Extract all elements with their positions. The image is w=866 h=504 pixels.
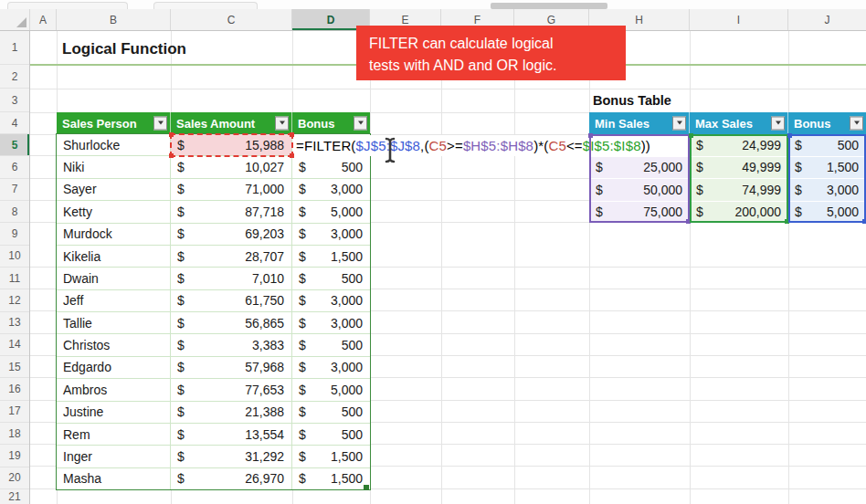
cell-bonus-amount[interactable]: $3,000 (788, 179, 866, 201)
callout-shape[interactable]: FILTER can calculate logical tests with … (356, 26, 626, 80)
cell-sales-person[interactable]: Kikelia (57, 246, 171, 267)
cell-sales-amount[interactable]: $61,750 (171, 290, 292, 311)
filter-dropdown-icon[interactable] (275, 117, 289, 131)
cell-sales-amount[interactable]: $10,027 (171, 156, 292, 177)
row-header-11[interactable]: 11 (0, 268, 29, 289)
row-header-9[interactable]: 9 (0, 223, 29, 245)
cell-bonus[interactable]: $3,000 (292, 357, 370, 378)
cell-sales-amount[interactable]: $3,383 (171, 334, 292, 355)
header-bonus[interactable]: Bonus (292, 112, 370, 134)
cell-bonus[interactable]: $3,000 (292, 290, 370, 311)
cell-sales-person[interactable]: Jeff (57, 290, 171, 311)
cell-sales-amount[interactable]: $71,000 (171, 179, 292, 200)
cell-bonus[interactable]: $500 (292, 402, 370, 423)
cell-sales-person[interactable]: Edgardo (57, 357, 171, 378)
formula-edit-overlay[interactable]: =FILTER($J$5:$J$8,(C5>=$H$5:$H$8)*(C5<=$… (294, 135, 689, 156)
select-all-corner[interactable] (0, 9, 30, 30)
cell-min-sales[interactable]: $25,000 (589, 157, 690, 179)
filter-dropdown-icon[interactable] (850, 117, 863, 131)
cell-sales-person[interactable]: Dwain (57, 268, 171, 289)
column-header-c[interactable]: C (171, 9, 292, 30)
cell-max-sales[interactable]: $24,999 (690, 134, 788, 156)
cell-sales-person[interactable]: Shurlocke (57, 134, 171, 155)
row-header-16[interactable]: 16 (0, 378, 29, 400)
cell-bonus[interactable]: $1,500 (292, 246, 370, 267)
cell-bonus[interactable]: $500 (292, 334, 370, 355)
filter-dropdown-icon[interactable] (771, 117, 785, 131)
row-header-5-selected[interactable]: 5 (0, 134, 29, 156)
cell-sales-amount[interactable]: $56,865 (171, 312, 292, 333)
filter-dropdown-icon[interactable] (672, 117, 686, 131)
cell-bonus-amount[interactable]: $500 (788, 134, 866, 156)
cell-max-sales[interactable]: $49,999 (690, 157, 788, 179)
cell-bonus[interactable]: $5,000 (292, 201, 370, 222)
cell-sales-amount[interactable]: $28,707 (171, 246, 292, 267)
cell-sales-person[interactable]: Rem (57, 424, 171, 445)
row-header-15[interactable]: 15 (0, 356, 29, 378)
cell-sales-amount[interactable]: $87,718 (171, 201, 292, 222)
cell-sales-person[interactable]: Inger (57, 446, 171, 467)
cell-bonus[interactable]: $1,500 (292, 468, 370, 489)
filter-dropdown-icon[interactable] (153, 117, 167, 131)
fill-handle[interactable] (364, 485, 369, 490)
cell-sales-amount[interactable]: $21,388 (171, 402, 292, 423)
row-header-19[interactable]: 19 (0, 445, 29, 467)
row-header-21[interactable]: 21 (0, 489, 29, 504)
header-min-sales[interactable]: Min Sales (589, 112, 690, 134)
row-header-14[interactable]: 14 (0, 334, 29, 356)
cell-bonus-amount[interactable]: $5,000 (788, 202, 866, 224)
cell-bonus[interactable]: $3,000 (292, 312, 370, 333)
cell-bonus[interactable]: $3,000 (292, 224, 370, 245)
cell-max-sales[interactable]: $200,000 (690, 202, 788, 224)
column-header-i[interactable]: I (690, 9, 788, 30)
cell-bonus[interactable]: $500 (292, 268, 370, 289)
cell-sales-person[interactable]: Sayer (57, 179, 171, 200)
cell-sales-person[interactable]: Murdock (57, 224, 171, 245)
header-sales-amount[interactable]: Sales Amount (171, 112, 292, 134)
row-header-1[interactable]: 1 (0, 31, 29, 65)
cell-max-sales[interactable]: $74,999 (690, 179, 788, 201)
row-header-8[interactable]: 8 (0, 201, 29, 223)
row-header-10[interactable]: 10 (0, 246, 29, 268)
cell-sales-amount[interactable]: $26,970 (171, 468, 292, 489)
cell-sales-person[interactable]: Niki (57, 156, 171, 177)
cell-sales-person[interactable]: Masha (57, 468, 171, 489)
cell-sales-person[interactable]: Christos (57, 334, 171, 355)
cell-bonus[interactable]: $1,500 (292, 446, 370, 467)
cell-sales-amount[interactable]: $57,968 (171, 357, 292, 378)
cell-bonus[interactable]: $5,000 (292, 379, 370, 400)
cell-sales-person[interactable]: Ambros (57, 379, 171, 400)
column-header-b[interactable]: B (57, 9, 171, 30)
cell-sales-amount[interactable]: $7,010 (171, 268, 292, 289)
cell-min-sales[interactable]: $50,000 (589, 179, 690, 201)
cell-sales-amount[interactable]: $13,554 (171, 424, 292, 445)
row-header-6[interactable]: 6 (0, 156, 29, 178)
column-header-a[interactable]: A (30, 9, 57, 30)
row-header-18[interactable]: 18 (0, 423, 29, 445)
header-sales-person[interactable]: Sales Person (57, 112, 171, 134)
cell-sales-person[interactable]: Ketty (57, 201, 171, 222)
row-header-4[interactable]: 4 (0, 112, 29, 134)
cell-bonus[interactable]: $500 (292, 156, 370, 177)
row-header-7[interactable]: 7 (0, 179, 29, 201)
cell-sales-amount[interactable]: $31,292 (171, 446, 292, 467)
header-max-sales[interactable]: Max Sales (690, 112, 788, 134)
row-header-13[interactable]: 13 (0, 312, 29, 334)
cell-sales-amount[interactable]: $77,653 (171, 379, 292, 400)
row-header-17[interactable]: 17 (0, 401, 29, 423)
cell-sales-person[interactable]: Tallie (57, 312, 171, 333)
cell-bonus-amount[interactable]: $1,500 (788, 157, 866, 179)
cell-sales-amount[interactable]: $69,203 (171, 224, 292, 245)
cell-bonus[interactable]: $500 (292, 424, 370, 445)
row-header-12[interactable]: 12 (0, 289, 29, 311)
cell-bonus[interactable]: $3,000 (292, 179, 370, 200)
row-header-2[interactable]: 2 (0, 65, 29, 89)
cell-sales-person[interactable]: Justine (57, 402, 171, 423)
row-header-20[interactable]: 20 (0, 467, 29, 489)
row-header-3[interactable]: 3 (0, 89, 29, 112)
column-header-j[interactable]: J (788, 9, 866, 30)
filter-dropdown-icon[interactable] (354, 117, 367, 131)
cell-min-sales[interactable]: $75,000 (589, 202, 690, 224)
cell-sales-amount-c5[interactable]: $15,988 (171, 134, 292, 155)
header-bonus-lookup[interactable]: Bonus (788, 112, 866, 134)
